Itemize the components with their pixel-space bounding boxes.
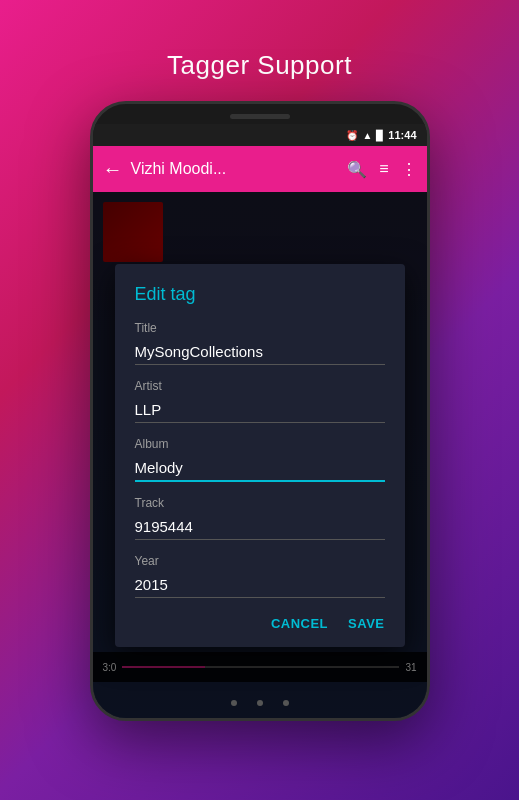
- signal-icon: ▲: [362, 130, 372, 141]
- page-title: Tagger Support: [167, 50, 352, 81]
- edit-tag-dialog: Edit tag Title Artist Album Track: [115, 264, 405, 647]
- phone-frame: ⏰ ▲ ▉ 11:44 ← Vizhi Moodi... 🔍 ≡ ⋮ 3:0 3…: [90, 101, 430, 721]
- track-field-group: Track: [135, 496, 385, 540]
- album-input[interactable]: [135, 455, 385, 482]
- app-bar-title: Vizhi Moodi...: [131, 160, 348, 178]
- equalizer-icon[interactable]: ≡: [379, 160, 388, 179]
- nav-dot-recent: [283, 700, 289, 706]
- more-options-icon[interactable]: ⋮: [401, 160, 417, 179]
- app-bar-actions: 🔍 ≡ ⋮: [347, 160, 416, 179]
- phone-speaker: [230, 114, 290, 119]
- search-icon[interactable]: 🔍: [347, 160, 367, 179]
- back-button[interactable]: ←: [103, 158, 123, 181]
- cancel-button[interactable]: CANCEL: [271, 616, 328, 631]
- dialog-overlay: Edit tag Title Artist Album Track: [93, 192, 427, 718]
- title-label: Title: [135, 321, 385, 335]
- artist-field-group: Artist: [135, 379, 385, 423]
- status-time: 11:44: [388, 129, 416, 141]
- artist-label: Artist: [135, 379, 385, 393]
- status-icons: ⏰ ▲ ▉ 11:44: [346, 129, 416, 141]
- track-label: Track: [135, 496, 385, 510]
- title-input[interactable]: [135, 339, 385, 365]
- album-label: Album: [135, 437, 385, 451]
- wifi-icon: ▉: [376, 130, 384, 141]
- status-bar: ⏰ ▲ ▉ 11:44: [93, 124, 427, 146]
- app-bar: ← Vizhi Moodi... 🔍 ≡ ⋮: [93, 146, 427, 192]
- track-input[interactable]: [135, 514, 385, 540]
- title-field-group: Title: [135, 321, 385, 365]
- dialog-title: Edit tag: [135, 284, 385, 305]
- year-label: Year: [135, 554, 385, 568]
- dialog-actions: CANCEL SAVE: [135, 616, 385, 637]
- nav-dot-back: [231, 700, 237, 706]
- artist-input[interactable]: [135, 397, 385, 423]
- year-input[interactable]: [135, 572, 385, 598]
- phone-bottom-nav: [231, 700, 289, 706]
- nav-dot-home: [257, 700, 263, 706]
- year-field-group: Year: [135, 554, 385, 598]
- save-button[interactable]: SAVE: [348, 616, 384, 631]
- alarm-icon: ⏰: [346, 130, 358, 141]
- album-field-group: Album: [135, 437, 385, 482]
